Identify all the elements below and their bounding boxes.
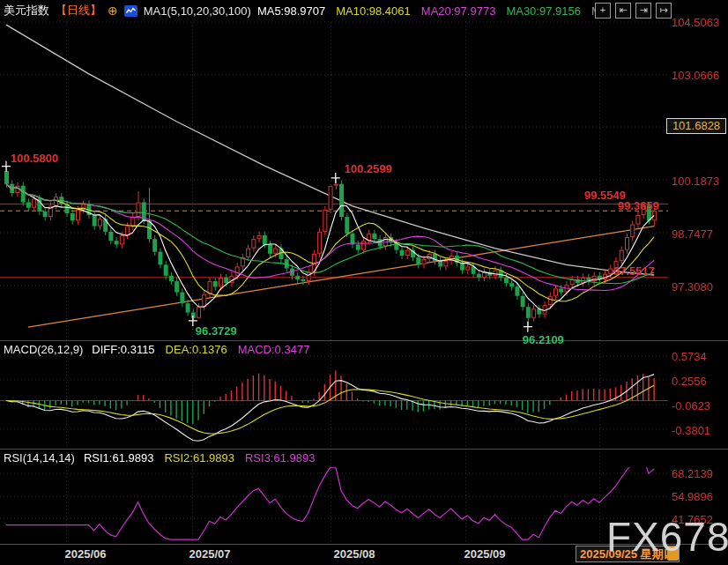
price-marker-box: 101.6828 [666,118,726,134]
watermark-logo: FX678 [606,513,728,561]
date-tick: 2025/06 [65,547,107,561]
axis-tick-label: 103.0666 [672,69,719,82]
axis-tick-label: 68.2139 [672,467,713,480]
rsi-header: RSI(14,14,14) RSI1:61.9893RSI2:61.9893RS… [4,451,315,465]
date-tick: 2025/07 [189,547,231,561]
zoom-out-icon[interactable]: ⇤ [615,3,631,19]
symbol-title: 美元指数 [4,3,49,19]
ma-legend: MA5:98.9707MA10:98.4061MA20:97.9773MA30:… [257,4,609,18]
price-annotation: 96.2109 [523,333,564,346]
ma-value: MA5:98.9707 [257,4,325,18]
expand-icon[interactable]: ⊕ [108,4,118,18]
crosshair-icon[interactable]: + [595,3,611,19]
chart-toolbar: +⇤⇥↦ [595,3,672,19]
axis-tick-label: -0.0623 [672,399,710,413]
rsi-value: RSI2:61.9893 [164,451,234,465]
chart-canvas[interactable] [0,0,728,565]
price-annotation: 99.3659 [618,199,659,212]
axis-tick-label: 0.5734 [672,350,707,363]
ma-value: MA20:97.9773 [421,4,496,18]
indicator-chart-icon[interactable] [124,5,137,17]
macd-header: MACD(26,12,9) DIFF:0.3115DEA:0.1376MACD:… [4,343,309,356]
rsi-legend: RSI1:61.9893RSI2:61.9893RSI3:61.9893 [84,451,316,465]
axis-tick-label: 97.3080 [672,280,713,294]
macd-value: DEA:0.1376 [166,343,227,356]
date-tick: 2025/09 [464,547,506,561]
axis-tick-label: 98.7477 [672,227,713,241]
price-annotation: 100.2599 [345,162,392,175]
macd-legend: DIFF:0.3115DEA:0.1376MACD:0.3477 [92,343,309,356]
rsi-value: RSI3:61.9893 [245,451,316,465]
price-annotation: 100.5800 [11,152,58,165]
date-tick: 2025/08 [334,547,375,561]
ma-settings-label: MA1(5,10,20,30,100) [144,4,251,18]
zoom-in-icon[interactable]: ⇥ [635,3,651,19]
period-label: 【日线】 [56,3,101,19]
rsi-value: RSI1:61.9893 [84,451,154,465]
ma-value: MA10:98.4061 [336,4,411,18]
axis-tick-label: 0.2556 [672,375,707,388]
macd-value: MACD:0.3477 [238,343,310,356]
axis-tick-label: -0.3801 [672,424,710,437]
axis-tick-label: 100.1873 [672,175,719,188]
pan-right-icon[interactable]: ↦ [656,3,672,19]
price-annotation: 96.3729 [196,324,237,338]
price-annotation: 97.5517 [613,264,655,278]
kline-app: 美元指数 【日线】 ⊕ MA1(5,10,20,30,100) MA5:98.9… [0,0,728,565]
macd-title: MACD(26,12,9) [4,343,83,356]
ma-value: MA30:97.9156 [506,4,581,18]
macd-value: DIFF:0.3115 [92,343,154,356]
rsi-title: RSI(14,14,14) [4,451,75,465]
axis-tick-label: 54.9896 [672,490,713,503]
